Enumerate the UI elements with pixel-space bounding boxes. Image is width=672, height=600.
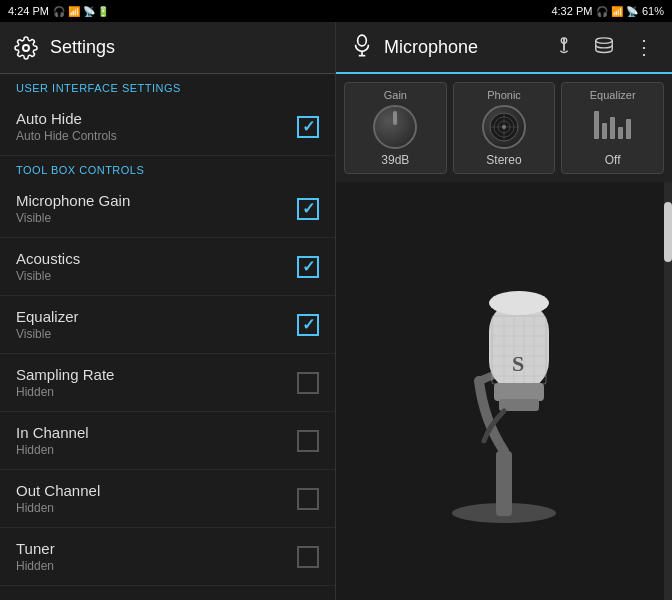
time-right: 4:32 PM: [551, 5, 592, 17]
equalizer-label: Equalizer: [590, 89, 636, 101]
scroll-track[interactable]: [664, 182, 672, 600]
status-left: 4:24 PM 🎧 📶 📡 🔋: [8, 5, 109, 17]
battery-right: 61%: [642, 5, 664, 17]
gain-knob-icon: [373, 105, 417, 149]
setting-text-auto-hide: Auto Hide Auto Hide Controls: [16, 110, 117, 143]
phonic-button[interactable]: Phonic Stereo: [453, 82, 556, 174]
checkbox-mic-gain[interactable]: [297, 198, 319, 220]
settings-title: Settings: [50, 37, 115, 58]
svg-text:S: S: [512, 351, 524, 376]
equalizer-value: Off: [605, 153, 621, 167]
setting-status-out-channel: Hidden: [16, 501, 100, 515]
setting-item-out-channel[interactable]: Out Channel Hidden: [0, 470, 335, 528]
left-header: Settings: [0, 22, 335, 74]
svg-point-1: [358, 35, 367, 46]
setting-status-mic-gain: Visible: [16, 211, 130, 225]
setting-text-sampling-rate: Sampling Rate Hidden: [16, 366, 114, 399]
checkbox-in-channel[interactable]: [297, 430, 319, 452]
setting-name-auto-hide: Auto Hide: [16, 110, 117, 127]
setting-status-auto-hide: Auto Hide Controls: [16, 129, 117, 143]
setting-name-acoustics: Acoustics: [16, 250, 80, 267]
section-label-toolbox: TOOL BOX CONTROLS: [0, 156, 335, 180]
equalizer-button[interactable]: Equalizer Off: [561, 82, 664, 174]
setting-text-out-channel: Out Channel Hidden: [16, 482, 100, 515]
microphone-header-icon: [348, 33, 376, 61]
checkbox-acoustics[interactable]: [297, 256, 319, 278]
settings-icon: [12, 34, 40, 62]
setting-status-acoustics: Visible: [16, 269, 80, 283]
setting-text-equalizer: Equalizer Visible: [16, 308, 79, 341]
phonic-label: Phonic: [487, 89, 521, 101]
scroll-thumb[interactable]: [664, 202, 672, 262]
checkbox-tuner[interactable]: [297, 546, 319, 568]
setting-status-in-channel: Hidden: [16, 443, 89, 457]
setting-name-tuner: Tuner: [16, 540, 55, 557]
more-options-icon[interactable]: ⋮: [628, 31, 660, 63]
svg-point-6: [596, 38, 613, 44]
setting-name-out-channel: Out Channel: [16, 482, 100, 499]
setting-status-sampling-rate: Hidden: [16, 385, 114, 399]
phonic-value: Stereo: [486, 153, 521, 167]
main-content: Settings USER INTERFACE SETTINGS Auto Hi…: [0, 22, 672, 600]
mic-stand-icon[interactable]: [548, 31, 580, 63]
setting-status-equalizer: Visible: [16, 327, 79, 341]
status-bar: 4:24 PM 🎧 📶 📡 🔋 4:32 PM 🎧 📶 📡 61%: [0, 0, 672, 22]
svg-rect-14: [496, 451, 512, 516]
checkbox-out-channel[interactable]: [297, 488, 319, 510]
setting-text-tuner: Tuner Hidden: [16, 540, 55, 573]
equalizer-icon: [591, 105, 635, 149]
checkbox-equalizer[interactable]: [297, 314, 319, 336]
mic-illustration: S: [404, 251, 604, 531]
setting-item-mic-gain[interactable]: Microphone Gain Visible: [0, 180, 335, 238]
setting-item-equalizer[interactable]: Equalizer Visible: [0, 296, 335, 354]
setting-status-tuner: Hidden: [16, 559, 55, 573]
time-left: 4:24 PM: [8, 5, 49, 17]
svg-point-17: [489, 291, 549, 315]
phonic-icon: [482, 105, 526, 149]
setting-name-sampling-rate: Sampling Rate: [16, 366, 114, 383]
setting-text-acoustics: Acoustics Visible: [16, 250, 80, 283]
checkbox-sampling-rate[interactable]: [297, 372, 319, 394]
section-label-ui: USER INTERFACE SETTINGS: [0, 74, 335, 98]
left-panel: Settings USER INTERFACE SETTINGS Auto Hi…: [0, 22, 336, 600]
checkbox-auto-hide[interactable]: [297, 116, 319, 138]
setting-item-auto-hide[interactable]: Auto Hide Auto Hide Controls: [0, 98, 335, 156]
setting-item-acoustics[interactable]: Acoustics Visible: [0, 238, 335, 296]
status-right: 4:32 PM 🎧 📶 📡 61%: [551, 5, 664, 17]
setting-item-tuner[interactable]: Tuner Hidden: [0, 528, 335, 586]
svg-point-0: [23, 45, 29, 51]
setting-name-mic-gain: Microphone Gain: [16, 192, 130, 209]
right-header: Microphone ⋮: [336, 22, 672, 74]
controls-row: Gain 39dB Phonic: [336, 74, 672, 182]
status-icons-left: 🎧 📶 📡 🔋: [53, 6, 109, 17]
right-panel: Microphone ⋮: [336, 22, 672, 600]
gain-label: Gain: [384, 89, 407, 101]
setting-text-mic-gain: Microphone Gain Visible: [16, 192, 130, 225]
mic-area: S: [336, 182, 672, 600]
setting-name-equalizer: Equalizer: [16, 308, 79, 325]
gain-value: 39dB: [381, 153, 409, 167]
setting-item-sampling-rate[interactable]: Sampling Rate Hidden: [0, 354, 335, 412]
setting-item-in-channel[interactable]: In Channel Hidden: [0, 412, 335, 470]
svg-rect-29: [494, 383, 544, 401]
microphone-title: Microphone: [384, 37, 540, 58]
database-icon[interactable]: [588, 31, 620, 63]
status-icons-right: 🎧 📶 📡: [596, 6, 638, 17]
setting-text-in-channel: In Channel Hidden: [16, 424, 89, 457]
gain-button[interactable]: Gain 39dB: [344, 82, 447, 174]
setting-name-in-channel: In Channel: [16, 424, 89, 441]
